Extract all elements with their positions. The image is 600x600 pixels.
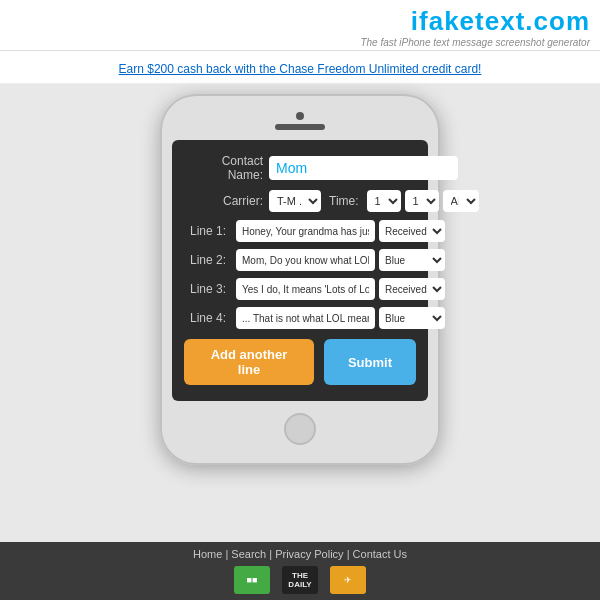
minute-select[interactable]: 17000510 15202530 <box>405 190 439 212</box>
phone-top <box>172 112 428 130</box>
header: ifaketext.com The fast iPhone text messa… <box>0 0 600 51</box>
footer-bottom: ■■ THE DAILY ✈ <box>0 564 600 594</box>
footer: Home | Search | Privacy Policy | Contact… <box>0 542 600 600</box>
add-line-button[interactable]: Add another line <box>184 339 314 385</box>
carrier-select[interactable]: T-M ... AT&T Verizon Sprint <box>269 190 321 212</box>
footer-icon-1[interactable]: ■■ <box>234 566 270 594</box>
carrier-group: T-M ... AT&T Verizon Sprint Time: 101112… <box>269 190 479 212</box>
phone-screen: Contact Name: Carrier: T-M ... AT&T Veri… <box>172 140 428 401</box>
line-type-select-1[interactable]: ReceivedBlueGreenError <box>379 220 445 242</box>
line-row-3: Line 3:ReceivedBlueGreenError <box>184 278 416 300</box>
line-row-2: Line 2:ReceivedBlueGreenError <box>184 249 416 271</box>
footer-icon-rss[interactable]: ✈ <box>330 566 366 594</box>
line-label-3: Line 3: <box>184 282 232 296</box>
line-type-select-4[interactable]: ReceivedBlueGreenError <box>379 307 445 329</box>
ad-banner: Earn $200 cash back with the Chase Freed… <box>0 51 600 84</box>
contact-row: Contact Name: <box>184 154 416 182</box>
hour-select[interactable]: 1011121 <box>367 190 401 212</box>
carrier-label: Carrier: <box>184 194 269 208</box>
phone-mockup: Contact Name: Carrier: T-M ... AT&T Veri… <box>160 94 440 465</box>
line-type-select-3[interactable]: ReceivedBlueGreenError <box>379 278 445 300</box>
site-subtitle: The fast iPhone text message screenshot … <box>10 37 590 48</box>
line-input-2[interactable] <box>236 249 375 271</box>
line-label-2: Line 2: <box>184 253 232 267</box>
submit-button[interactable]: Submit <box>324 339 416 385</box>
main-content: Contact Name: Carrier: T-M ... AT&T Veri… <box>0 84 600 542</box>
line-label-4: Line 4: <box>184 311 232 325</box>
ampm-select[interactable]: AMPM <box>443 190 479 212</box>
line-input-3[interactable] <box>236 278 375 300</box>
line-row-1: Line 1:ReceivedBlueGreenError <box>184 220 416 242</box>
home-button[interactable] <box>284 413 316 445</box>
phone-bottom <box>172 413 428 445</box>
ad-link[interactable]: Earn $200 cash back with the Chase Freed… <box>119 62 482 76</box>
contact-input[interactable] <box>269 156 458 180</box>
speaker-icon <box>275 124 325 130</box>
carrier-row: Carrier: T-M ... AT&T Verizon Sprint Tim… <box>184 190 416 212</box>
contact-label: Contact Name: <box>184 154 269 182</box>
button-row: Add another line Submit <box>184 339 416 385</box>
line-row-4: Line 4:ReceivedBlueGreenError <box>184 307 416 329</box>
camera-icon <box>296 112 304 120</box>
line-label-1: Line 1: <box>184 224 232 238</box>
line-input-1[interactable] <box>236 220 375 242</box>
site-title: ifaketext.com <box>10 6 590 37</box>
time-label: Time: <box>325 194 363 208</box>
lines-container: Line 1:ReceivedBlueGreenErrorLine 2:Rece… <box>184 220 416 329</box>
footer-links: Home | Search | Privacy Policy | Contact… <box>0 548 600 560</box>
line-input-4[interactable] <box>236 307 375 329</box>
line-type-select-2[interactable]: ReceivedBlueGreenError <box>379 249 445 271</box>
footer-icon-daily[interactable]: THE DAILY <box>282 566 318 594</box>
